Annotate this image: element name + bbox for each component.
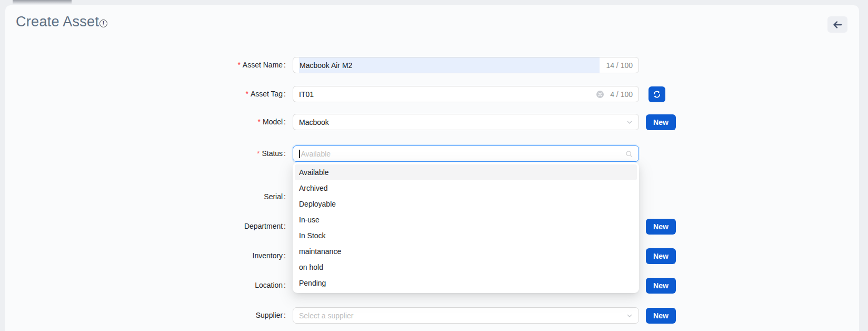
label-text: Supplier bbox=[256, 311, 283, 319]
info-glyph: ! bbox=[103, 21, 104, 26]
new-model-button[interactable]: New bbox=[646, 114, 676, 130]
status-option-available[interactable]: Available bbox=[295, 164, 637, 180]
generate-asset-tag-button[interactable] bbox=[648, 86, 665, 102]
label-text: Inventory bbox=[253, 251, 283, 260]
asset-name-input[interactable]: Macbook Air M2 14 / 100 bbox=[293, 57, 639, 73]
info-icon[interactable]: ! bbox=[99, 20, 107, 27]
text-caret bbox=[299, 150, 300, 158]
field-label-location: Location: bbox=[158, 277, 286, 294]
label-text: Asset Name bbox=[243, 61, 283, 69]
status-select[interactable]: Available bbox=[293, 145, 639, 162]
back-button[interactable] bbox=[827, 16, 847, 33]
label-colon: : bbox=[284, 251, 286, 260]
arrow-left-icon bbox=[833, 21, 842, 28]
new-location-button[interactable]: New bbox=[646, 278, 676, 294]
label-colon: : bbox=[284, 192, 286, 201]
create-asset-screen: Create Asset ! *Asset Name: Macbook Air … bbox=[0, 0, 868, 331]
asset-name-autofill-area: Macbook Air M2 bbox=[299, 57, 600, 73]
status-placeholder: Available bbox=[301, 150, 331, 158]
status-option-pending[interactable]: Pending bbox=[295, 275, 637, 291]
status-option-in-use[interactable]: In-use bbox=[295, 212, 637, 228]
new-inventory-button[interactable]: New bbox=[646, 248, 676, 264]
field-label-supplier: Supplier: bbox=[158, 307, 286, 324]
label-colon: : bbox=[284, 281, 286, 289]
status-option-on-hold[interactable]: on hold bbox=[295, 259, 637, 275]
model-select[interactable]: Macbook bbox=[293, 114, 639, 130]
clear-icon[interactable] bbox=[596, 91, 604, 98]
page-title: Create Asset bbox=[16, 14, 99, 30]
new-model-label: New bbox=[653, 118, 669, 126]
field-label-asset-name: *Asset Name: bbox=[158, 57, 286, 73]
label-colon: : bbox=[284, 90, 286, 98]
new-location-label: New bbox=[653, 281, 669, 290]
label-colon: : bbox=[284, 222, 286, 230]
status-option-deployable[interactable]: Deployable bbox=[295, 196, 637, 212]
field-label-status: *Status: bbox=[158, 145, 286, 162]
asset-tag-input[interactable]: IT01 4 / 100 bbox=[293, 86, 639, 102]
new-supplier-button[interactable]: New bbox=[646, 308, 676, 324]
search-icon bbox=[625, 150, 633, 158]
label-text: Status bbox=[262, 149, 283, 158]
asset-name-char-count: 14 / 100 bbox=[606, 61, 633, 70]
status-dropdown: Available Archived Deployable In-use In … bbox=[293, 162, 639, 293]
model-value: Macbook bbox=[299, 118, 329, 126]
label-text: Location bbox=[255, 281, 283, 289]
asset-tag-char-count: 4 / 100 bbox=[610, 90, 633, 99]
field-label-asset-tag: *Asset Tag: bbox=[158, 86, 286, 102]
required-mark: * bbox=[237, 61, 240, 69]
label-colon: : bbox=[284, 311, 286, 319]
new-department-label: New bbox=[653, 222, 669, 231]
label-colon: : bbox=[284, 149, 286, 158]
field-label-inventory: Inventory: bbox=[158, 248, 286, 264]
corner-shadow bbox=[13, 0, 72, 5]
chevron-down-icon bbox=[626, 119, 633, 125]
supplier-placeholder: Select a supplier bbox=[299, 311, 354, 320]
status-option-archived[interactable]: Archived bbox=[295, 180, 637, 196]
new-inventory-label: New bbox=[653, 252, 669, 260]
field-label-department: Department: bbox=[158, 218, 286, 235]
new-department-button[interactable]: New bbox=[646, 219, 676, 235]
label-text: Serial bbox=[264, 192, 283, 201]
asset-tag-value: IT01 bbox=[299, 90, 590, 99]
label-text: Model bbox=[263, 118, 283, 126]
supplier-select[interactable]: Select a supplier bbox=[293, 307, 639, 324]
label-text: Department bbox=[244, 222, 283, 230]
required-mark: * bbox=[258, 118, 261, 126]
status-option-maintanance[interactable]: maintanance bbox=[295, 244, 637, 259]
sync-icon bbox=[653, 90, 661, 99]
asset-name-value: Macbook Air M2 bbox=[300, 61, 352, 70]
field-label-model: *Model: bbox=[158, 114, 286, 130]
field-label-serial: Serial: bbox=[158, 189, 286, 205]
new-supplier-label: New bbox=[653, 311, 669, 320]
label-colon: : bbox=[284, 118, 286, 126]
label-colon: : bbox=[284, 61, 286, 69]
required-mark: * bbox=[245, 90, 248, 98]
chevron-down-icon bbox=[626, 313, 633, 319]
status-option-in-stock[interactable]: In Stock bbox=[295, 228, 637, 244]
required-mark: * bbox=[257, 149, 260, 158]
label-text: Asset Tag bbox=[251, 90, 283, 98]
